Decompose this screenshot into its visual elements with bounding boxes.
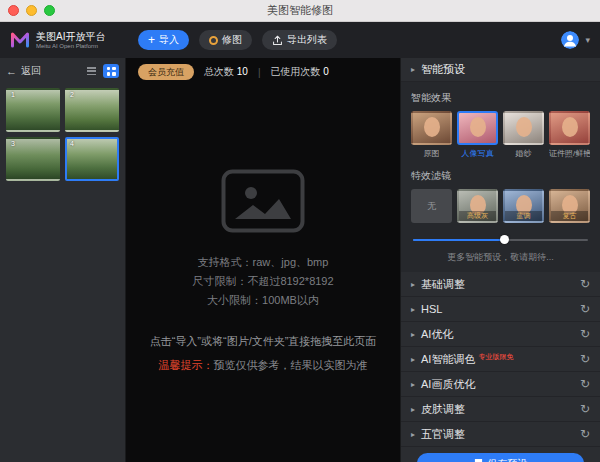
back-button[interactable]: ← 返回 [6,64,79,78]
logo-title: 美图AI开放平台 [36,31,105,42]
retouch-ring-icon [209,36,218,45]
main-area: 会员充值 总次数 10 | 已使用次数 0 支持格式：raw、jpg、bmp [126,58,400,462]
drop-zone[interactable]: 支持格式：raw、jpg、bmp 尺寸限制：不超过8192*8192 大小限制：… [126,86,400,462]
triangle-icon: ▸ [411,305,415,314]
triangle-icon: ▸ [411,65,415,74]
logo-text: 美图AI开放平台 Meitu AI Open Platform [36,31,105,50]
section-skin-adjust[interactable]: ▸ 皮肤调整 ↻ [401,397,600,422]
app-window: 美图智能修图 美图AI开放平台 Meitu AI Open Platform +… [0,0,600,462]
section-ai-quality[interactable]: ▸ AI画质优化 ↻ [401,372,600,397]
reset-icon[interactable]: ↻ [580,303,590,315]
image-placeholder-icon [221,169,305,233]
filters-label: 特效滤镜 [411,169,590,183]
size-limit-text: 尺寸限制：不超过8192*8192 [192,272,333,291]
recharge-button[interactable]: 会员充值 [138,64,194,80]
section-ai-color[interactable]: ▸ AI智能调色专业版限免 ↻ [401,347,600,372]
more-presets-text: 更多智能预设，敬请期待... [411,251,590,264]
plus-icon: + [148,35,155,45]
user-avatar-icon [561,31,579,49]
section-smart-preset[interactable]: ▸ 智能预设 [401,58,600,82]
app-logo: 美图AI开放平台 Meitu AI Open Platform [10,31,128,50]
smart-preset-label: 智能预设 [421,62,590,77]
slider-handle[interactable] [500,235,509,244]
titlebar: 美图智能修图 [0,0,600,22]
import-button-label: 导入 [159,33,179,47]
back-button-label: 返回 [21,64,41,78]
photo-thumbnail[interactable]: 2 [65,88,119,132]
effect-tile-wedding[interactable]: 婚纱 [503,111,544,159]
logo-subtitle: Meitu AI Open Platform [36,42,105,50]
avatar[interactable] [561,31,579,49]
thumbnail-number: 2 [70,91,74,98]
filter-tile-gray[interactable]: 高级灰 [457,189,498,223]
export-icon [272,35,283,46]
content-area: ← 返回 1 2 3 [0,58,600,462]
effect-tile-portrait[interactable]: 人像写真 [457,111,498,159]
thumbnail-number: 4 [70,140,74,147]
reset-icon[interactable]: ↻ [580,328,590,340]
effect-tile-original[interactable]: 原图 [411,111,452,159]
triangle-icon: ▸ [411,330,415,339]
triangle-icon: ▸ [411,405,415,414]
filesize-limit-text: 大小限制：100MB以内 [207,291,319,310]
used-count-value: 0 [323,66,329,77]
triangle-icon: ▸ [411,280,415,289]
section-basic-adjust[interactable]: ▸ 基础调整 ↻ [401,272,600,297]
triangle-icon: ▸ [411,430,415,439]
meitu-logo-icon [10,31,30,49]
effect-tiles: 原图 人像写真 婚纱 证件照/鲜艳 [411,111,590,159]
thumbnail-grid: 1 2 3 4 [0,84,125,185]
left-panel-header: ← 返回 [0,58,125,84]
right-panel: ▸ 智能预设 智能效果 原图 人像写真 婚纱 [400,58,600,462]
filter-tile-none[interactable]: 无 [411,189,452,223]
filter-tiles: 无 高级灰 蓝调 复古 [411,189,590,223]
reset-icon[interactable]: ↻ [580,353,590,365]
back-arrow-icon: ← [6,65,17,77]
toolbar: 美图AI开放平台 Meitu AI Open Platform + 导入 修图 … [0,22,600,58]
reset-icon[interactable]: ↻ [580,378,590,390]
retouch-button[interactable]: 修图 [199,30,252,50]
filter-tile-blue[interactable]: 蓝调 [503,189,544,223]
section-ai-optimize[interactable]: ▸ AI优化 ↻ [401,322,600,347]
photo-thumbnail[interactable]: 1 [6,88,60,132]
bookmark-icon [474,458,483,462]
stats-divider: | [258,67,261,78]
warm-tip-prefix: 温馨提示： [159,359,214,371]
used-count: 已使用次数 0 [271,65,329,79]
grid-view-icon[interactable] [103,64,119,78]
reset-icon[interactable]: ↻ [580,403,590,415]
drop-hint-text: 点击“导入”或将“图片/文件夹”直接拖拽至此页面 [150,334,377,349]
chevron-down-icon[interactable]: ▾ [585,35,590,45]
export-list-label: 导出列表 [287,33,327,47]
intensity-slider[interactable] [413,235,588,245]
adjustment-sections: ▸ 基础调整 ↻ ▸ HSL ↻ ▸ AI优化 ↻ [401,272,600,447]
smart-effects-label: 智能效果 [411,91,590,105]
filter-tile-vintage[interactable]: 复古 [549,189,590,223]
thumbnail-number: 1 [11,91,15,98]
section-face-adjust[interactable]: ▸ 五官调整 ↻ [401,422,600,447]
import-button[interactable]: + 导入 [138,30,189,50]
window-title: 美图智能修图 [0,3,600,18]
reset-icon[interactable]: ↻ [580,428,590,440]
total-count-value: 10 [237,66,248,77]
save-preset-label: 保存预设 [488,457,528,462]
list-view-icon[interactable] [83,64,99,78]
effect-tile-idphoto[interactable]: 证件照/鲜艳 [549,111,590,159]
triangle-icon: ▸ [411,355,415,364]
left-panel: ← 返回 1 2 3 [0,58,126,462]
export-list-button[interactable]: 导出列表 [262,30,337,50]
section-hsl[interactable]: ▸ HSL ↻ [401,297,600,322]
photo-thumbnail[interactable]: 3 [6,137,60,181]
save-preset-button[interactable]: 保存预设 [417,453,584,462]
triangle-icon: ▸ [411,380,415,389]
slider-fill [413,239,504,241]
format-limit-text: 支持格式：raw、jpg、bmp [198,253,329,272]
main-top-bar: 会员充值 总次数 10 | 已使用次数 0 [126,58,400,86]
thumbnail-number: 3 [11,140,15,147]
warm-tip-text: 温馨提示：预览仅供参考，结果以实图为准 [159,358,368,373]
photo-thumbnail-selected[interactable]: 4 [65,137,119,181]
total-count: 总次数 10 [204,65,248,79]
smart-preset-body: 智能效果 原图 人像写真 婚纱 [401,82,600,272]
pro-free-badge: 专业版限免 [478,353,513,360]
reset-icon[interactable]: ↻ [580,278,590,290]
